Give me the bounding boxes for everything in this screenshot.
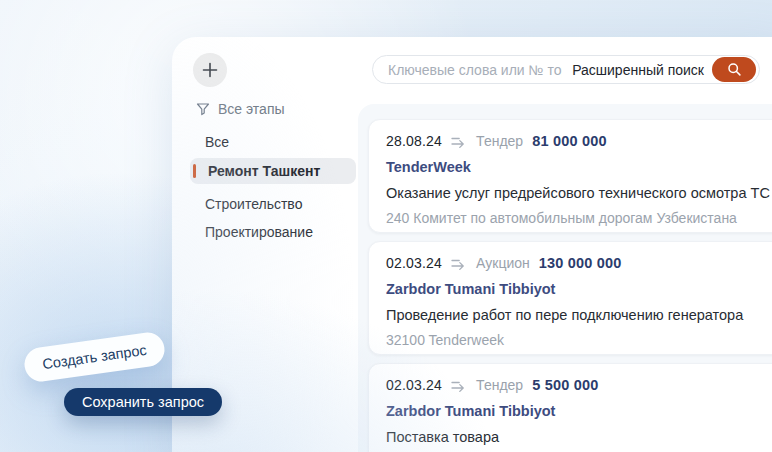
add-button[interactable] — [193, 53, 227, 87]
search-bar: Расширенный поиск — [372, 55, 760, 84]
funnel-icon — [196, 102, 210, 116]
stage-filter[interactable]: Все этапы — [196, 101, 285, 117]
plus-icon — [202, 62, 218, 78]
transfer-arrow-icon — [451, 135, 467, 148]
advanced-search-link[interactable]: Расширенный поиск — [572, 62, 704, 78]
tender-type: Тендер — [476, 377, 523, 393]
save-request-button[interactable]: Сохранить запрос — [64, 388, 222, 416]
tender-date: 02.03.24 — [386, 255, 442, 271]
search-input[interactable] — [386, 61, 564, 79]
tender-card[interactable]: 02.03.24 Тендер 5 500 000 Zarbdor Tumani… — [368, 363, 772, 452]
transfer-arrow-icon — [451, 379, 467, 392]
tender-meta: 28.08.24 Тендер 81 000 000 — [386, 133, 772, 149]
main-panel: Расширенный поиск Все этапы Все Ремонт Т… — [172, 37, 772, 452]
organizer-link[interactable]: Zarbdor Tumani Tibbiyot — [386, 281, 555, 297]
tender-meta: 02.03.24 Тендер 5 500 000 — [386, 377, 772, 393]
tender-meta: 02.03.24 Аукцион 130 000 000 — [386, 255, 772, 271]
tender-type: Тендер — [476, 133, 523, 149]
sidebar-item-all[interactable]: Все — [205, 134, 229, 150]
organizer-link[interactable]: TenderWeek — [386, 159, 471, 175]
tender-date: 02.03.24 — [386, 377, 442, 393]
sidebar-item-proektirovanie[interactable]: Проектирование — [205, 224, 313, 240]
stage-filter-label: Все этапы — [218, 101, 285, 117]
tender-list: 28.08.24 Тендер 81 000 000 TenderWeek Ок… — [358, 104, 772, 452]
tender-date: 28.08.24 — [386, 133, 442, 149]
organizer-link[interactable]: Zarbdor Tumani Tibbiyot — [386, 403, 555, 419]
sidebar-item-stroitelstvo[interactable]: Строительство — [205, 196, 302, 212]
tender-amount: 5 500 000 — [532, 377, 598, 393]
selected-marker — [193, 164, 196, 178]
tender-title: Оказание услуг предрейсового техническог… — [386, 185, 772, 201]
tender-title: Проведение работ по пере подключению ген… — [386, 307, 772, 323]
tender-amount: 130 000 000 — [539, 255, 622, 271]
search-icon — [727, 62, 742, 77]
sidebar-item-remont-tashkent[interactable]: Ремонт Ташкент — [190, 158, 356, 184]
sidebar-item-label: Ремонт Ташкент — [208, 163, 320, 179]
search-button[interactable] — [712, 57, 756, 82]
tender-card[interactable]: 28.08.24 Тендер 81 000 000 TenderWeek Ок… — [368, 119, 772, 233]
tender-customer: 32100 Tenderweek — [386, 332, 772, 348]
tender-title: Поставка товара — [386, 429, 772, 445]
tender-amount: 81 000 000 — [532, 133, 607, 149]
tender-card[interactable]: 02.03.24 Аукцион 130 000 000 Zarbdor Tum… — [368, 241, 772, 355]
tender-type: Аукцион — [476, 255, 530, 271]
tender-customer: 240 Комитет по автомобильным дорогам Узб… — [386, 210, 772, 226]
transfer-arrow-icon — [451, 257, 467, 270]
